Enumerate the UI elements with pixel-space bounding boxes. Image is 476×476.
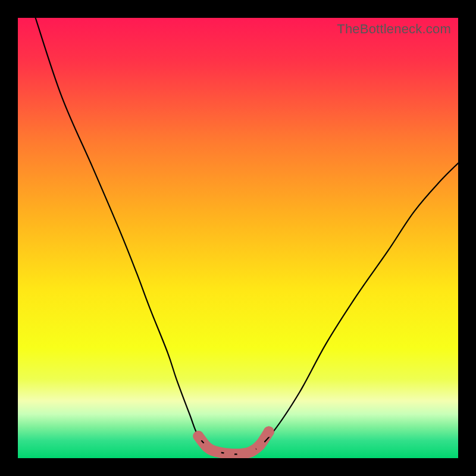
highlight-dot bbox=[193, 431, 203, 441]
plot-area: TheBottleneck.com bbox=[18, 18, 458, 458]
watermark-text: TheBottleneck.com bbox=[337, 21, 451, 37]
bottleneck-curve bbox=[36, 18, 458, 455]
highlight-dot bbox=[211, 446, 221, 457]
valley-highlight-dots bbox=[193, 427, 274, 458]
highlight-dot bbox=[246, 446, 256, 457]
chart-frame: TheBottleneck.com bbox=[0, 0, 476, 476]
curve-layer bbox=[18, 18, 458, 458]
highlight-dot bbox=[255, 440, 265, 450]
highlight-dot bbox=[264, 427, 274, 437]
